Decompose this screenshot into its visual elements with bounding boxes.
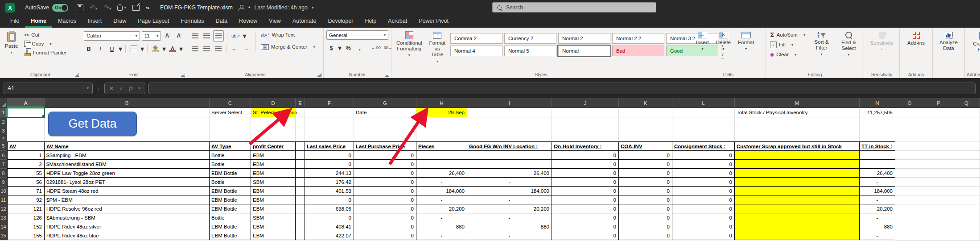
cell-E9[interactable] [296, 178, 305, 187]
row-header-15[interactable]: 15 [0, 231, 7, 240]
chevron-down-icon[interactable]: ▾ [140, 45, 144, 53]
cell-B8[interactable]: HDPE Law Toggle 28oz green [45, 169, 210, 178]
cell-J14[interactable]: 0 [552, 222, 619, 231]
confirm-entry-icon[interactable]: ✓ [119, 85, 124, 91]
number-format-select[interactable]: General▾ [326, 30, 388, 40]
cell-I6[interactable]: - [467, 151, 552, 160]
ink-editor-icon[interactable] [132, 5, 140, 11]
cell-F4[interactable] [305, 135, 354, 141]
align-left-button[interactable] [190, 45, 200, 53]
cell-K9[interactable]: 0 [619, 178, 672, 187]
cell-B14[interactable]: HDPE Ridex 48oz silver [45, 222, 210, 231]
align-bottom-button[interactable] [213, 30, 224, 42]
cell-D13[interactable]: SBM [251, 213, 296, 222]
percent-style-button[interactable]: % [343, 44, 353, 52]
formula-input[interactable] [148, 83, 976, 94]
cell-C14[interactable]: EBM Bottle [210, 222, 251, 231]
column-header-I[interactable]: I [467, 98, 552, 108]
cell-K14[interactable]: 0 [619, 222, 672, 231]
column-header-B[interactable]: B [45, 98, 210, 108]
addins-button[interactable]: Add-ins [902, 30, 930, 70]
tab-page-layout[interactable]: Page Layout [132, 15, 175, 28]
cell-B7[interactable]: $Maschinenstillstand EBM [45, 160, 210, 169]
row-header-5[interactable]: 5 [0, 141, 7, 151]
cell-N3[interactable] [860, 126, 895, 135]
cell-P12[interactable] [924, 204, 953, 213]
column-header-G[interactable]: G [354, 98, 416, 108]
cell-P2[interactable] [924, 117, 953, 126]
cell-G14[interactable]: 0 [354, 222, 416, 231]
cell-K8[interactable]: 0 [619, 169, 672, 178]
cell-A2[interactable] [7, 117, 45, 126]
cell-O13[interactable] [895, 213, 924, 222]
accounting-format-button[interactable]: $ [326, 44, 336, 52]
cell-C7[interactable]: Bottle [210, 160, 251, 169]
cell-A13[interactable]: 126 [7, 213, 45, 222]
cell-M8[interactable] [735, 169, 860, 178]
paste-button[interactable]: Paste ▾ [3, 30, 20, 70]
cell-H7[interactable]: - [416, 160, 467, 169]
analyze-data-button[interactable]: Analyze Data [935, 30, 962, 70]
chevron-down-icon[interactable]: ▾ [119, 45, 122, 53]
cell-D3[interactable] [251, 126, 296, 135]
redo-icon[interactable]: ↷▾ [103, 4, 111, 12]
cell-M13[interactable] [735, 213, 860, 222]
row-header-9[interactable]: 9 [0, 178, 7, 187]
cell-L2[interactable] [672, 117, 735, 126]
cell-F10[interactable]: 401.53 [305, 187, 354, 195]
cell-style-normal[interactable]: Normal [558, 46, 610, 56]
align-middle-button[interactable] [202, 32, 211, 40]
autosum-button[interactable]: ΣAutoSum ▾ [769, 30, 807, 39]
cell-H10[interactable]: 184,000 [416, 187, 467, 195]
cell-A12[interactable]: 121 [7, 204, 45, 213]
cell-H11[interactable]: - [416, 195, 467, 204]
cell-E6[interactable] [296, 151, 305, 160]
cell-E14[interactable] [296, 222, 305, 231]
cell-J12[interactable]: 0 [552, 204, 619, 213]
cell-O2[interactable] [895, 117, 924, 126]
cell-J2[interactable] [552, 117, 619, 126]
cell-K13[interactable]: 0 [619, 213, 672, 222]
cell-A3[interactable] [7, 126, 45, 135]
cell-J6[interactable]: 0 [552, 151, 619, 160]
cell-A11[interactable]: 92 [7, 195, 45, 204]
tab-review[interactable]: Review [233, 15, 263, 28]
column-header-C[interactable]: C [210, 98, 251, 108]
cell-J15[interactable]: 0 [552, 231, 619, 240]
search-box[interactable] [492, 2, 656, 12]
column-header-D[interactable]: D [251, 98, 296, 108]
ribbon-options-icon[interactable]: ▾▴ [146, 5, 149, 10]
cell-G13[interactable]: 0 [354, 213, 416, 222]
cell-B4[interactable] [45, 135, 210, 141]
cell-I11[interactable]: - [467, 195, 552, 204]
cell-O4[interactable] [895, 135, 924, 141]
decrease-indent-button[interactable]: ← [230, 45, 239, 53]
cell-H14[interactable]: 880 [416, 222, 467, 231]
font-color-button[interactable]: A [168, 45, 177, 53]
cell-B11[interactable]: $PM - EBM [45, 195, 210, 204]
cell-K4[interactable] [619, 135, 672, 141]
column-header-Q[interactable]: Q [953, 98, 980, 108]
cell-C4[interactable] [210, 135, 251, 141]
tab-automate[interactable]: Automate [287, 15, 322, 28]
cell-C11[interactable]: EBM Bottle [210, 195, 251, 204]
cell-M1[interactable]: Total Stock / Physical Invenotry [735, 108, 860, 117]
cell-J9[interactable]: 0 [552, 178, 619, 187]
cell-H8[interactable]: 26,400 [416, 169, 467, 178]
cell-C15[interactable]: EBM Bottle [210, 231, 251, 240]
borders-button[interactable] [129, 45, 139, 53]
cell-style-normal-4[interactable]: Normal 4 [450, 46, 502, 56]
cell-O9[interactable] [895, 178, 924, 187]
cell-F15[interactable]: 422.07 [305, 231, 354, 240]
cell-F12[interactable]: 638.05 [305, 204, 354, 213]
cell-H13[interactable]: - [416, 213, 467, 222]
fill-handle[interactable] [42, 115, 45, 117]
cell-A15[interactable]: 155 [7, 231, 45, 240]
tab-view[interactable]: View [263, 15, 287, 28]
cell-M6[interactable] [735, 151, 860, 160]
align-right-button[interactable] [213, 45, 223, 53]
cell-D10[interactable]: EBM [251, 187, 296, 195]
row-header-3[interactable]: 3 [0, 126, 7, 135]
cell-P13[interactable] [924, 213, 953, 222]
tab-home[interactable]: Home [25, 15, 52, 28]
